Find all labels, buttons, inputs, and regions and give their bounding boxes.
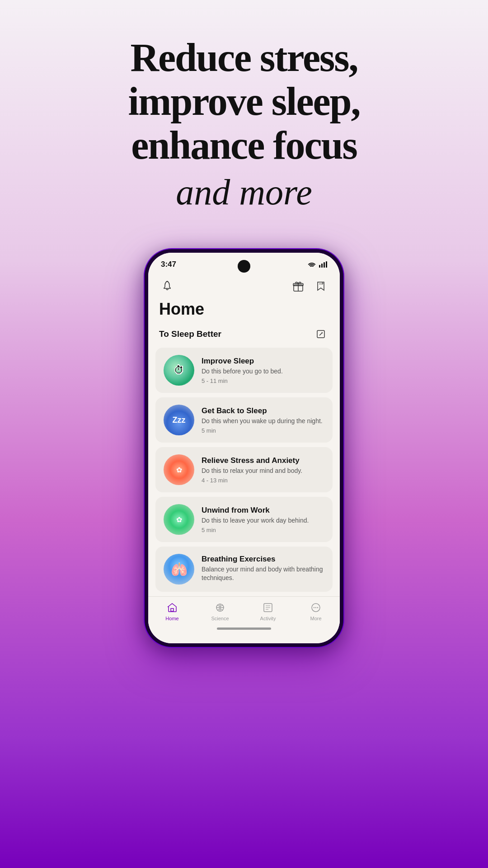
- gift-icon: [292, 280, 304, 292]
- item-text: Relieve Stress and Anxiety Do this to re…: [202, 456, 324, 484]
- nav-label-home: Home: [165, 616, 178, 621]
- nav-item-more[interactable]: More: [300, 601, 332, 621]
- list-item[interactable]: ✿ Unwind from Work Do this to leave your…: [155, 497, 333, 542]
- item-text: Get Back to Sleep Do this when you wake …: [202, 406, 324, 434]
- top-bar: [148, 273, 340, 298]
- nav-label-activity: Activity: [260, 616, 276, 621]
- hero-subtitle: and more: [128, 172, 360, 213]
- item-time: 5 min: [202, 427, 324, 434]
- item-desc: Do this to leave your work day behind.: [202, 516, 324, 525]
- items-list: ⏱ Improve Sleep Do this before you go to…: [148, 348, 340, 592]
- item-icon-back-sleep: Zzz: [164, 405, 194, 435]
- item-desc: Balance your mind and body with breathin…: [202, 565, 324, 583]
- item-time: 5 min: [202, 527, 324, 533]
- bookmark-button[interactable]: [313, 278, 329, 294]
- section-header: To Sleep Better: [148, 324, 340, 348]
- item-desc: Do this to relax your mind and body.: [202, 467, 324, 476]
- svg-point-18: [314, 607, 314, 608]
- svg-point-20: [317, 607, 318, 608]
- edit-button[interactable]: [313, 326, 329, 342]
- status-time: 3:47: [161, 260, 176, 269]
- bell-icon: [161, 280, 173, 292]
- item-icon-sleep: ⏱: [164, 355, 194, 386]
- science-nav-icon: [214, 601, 226, 614]
- item-icon-breathing: 🫁: [164, 554, 194, 585]
- camera-notch: [238, 260, 250, 273]
- item-title: Get Back to Sleep: [202, 406, 324, 415]
- nav-label-more: More: [310, 616, 321, 621]
- svg-rect-0: [319, 265, 320, 268]
- list-item[interactable]: ⏱ Improve Sleep Do this before you go to…: [155, 348, 333, 393]
- home-nav-icon: [166, 601, 178, 614]
- bell-button[interactable]: [159, 278, 175, 294]
- list-item[interactable]: Zzz Get Back to Sleep Do this when you w…: [155, 397, 333, 443]
- more-icon: [310, 602, 321, 613]
- section-title: To Sleep Better: [159, 329, 221, 339]
- phone-mockup: 3:47: [145, 249, 343, 647]
- item-text: Unwind from Work Do this to leave your w…: [202, 506, 324, 533]
- wifi-icon: [307, 261, 316, 268]
- signal-icon: [319, 261, 327, 268]
- item-time: 4 - 13 min: [202, 477, 324, 484]
- hero-section: Reduce stress, improve sleep, enhance fo…: [101, 0, 387, 240]
- top-bar-left: [159, 278, 175, 294]
- page-title: Home: [148, 298, 340, 324]
- item-desc: Do this before you go to bed.: [202, 367, 324, 376]
- status-bar: 3:47: [148, 253, 340, 273]
- status-icons: [307, 261, 327, 268]
- home-indicator: [148, 624, 340, 636]
- home-bar: [217, 627, 271, 630]
- top-bar-right: [290, 278, 329, 294]
- bottom-nav: Home Science: [148, 596, 340, 624]
- nav-label-science: Science: [211, 616, 229, 621]
- activity-nav-icon: [262, 601, 274, 614]
- item-text: Improve Sleep Do this before you go to b…: [202, 357, 324, 384]
- svg-rect-9: [171, 609, 174, 611]
- svg-rect-1: [321, 264, 323, 268]
- svg-point-19: [315, 607, 316, 608]
- item-desc: Do this when you wake up during the nigh…: [202, 417, 324, 426]
- phone-screen: 3:47: [148, 253, 340, 643]
- home-icon: [167, 602, 178, 613]
- nav-item-activity[interactable]: Activity: [252, 601, 284, 621]
- svg-rect-3: [326, 261, 327, 268]
- bookmark-icon: [315, 280, 327, 292]
- svg-rect-2: [324, 262, 325, 268]
- item-icon-unwind: ✿: [164, 504, 194, 535]
- science-icon: [215, 602, 225, 613]
- gift-button[interactable]: [290, 278, 306, 294]
- list-item[interactable]: 🫁 Breathing Exercises Balance your mind …: [155, 547, 333, 592]
- edit-icon: [316, 329, 326, 339]
- nav-item-home[interactable]: Home: [156, 601, 188, 621]
- nav-item-science[interactable]: Science: [204, 601, 236, 621]
- item-icon-stress: ✿: [164, 454, 194, 485]
- item-text: Breathing Exercises Balance your mind an…: [202, 555, 324, 584]
- hero-title: Reduce stress, improve sleep, enhance fo…: [128, 36, 360, 167]
- item-title: Unwind from Work: [202, 506, 324, 515]
- more-nav-icon: [310, 601, 322, 614]
- list-item[interactable]: ✿ Relieve Stress and Anxiety Do this to …: [155, 447, 333, 492]
- activity-icon: [263, 602, 273, 613]
- item-time: 5 - 11 min: [202, 377, 324, 384]
- app-content: Home To Sleep Better: [148, 273, 340, 643]
- item-title: Breathing Exercises: [202, 555, 324, 564]
- item-title: Improve Sleep: [202, 357, 324, 366]
- phone-frame: 3:47: [145, 249, 343, 647]
- item-title: Relieve Stress and Anxiety: [202, 456, 324, 465]
